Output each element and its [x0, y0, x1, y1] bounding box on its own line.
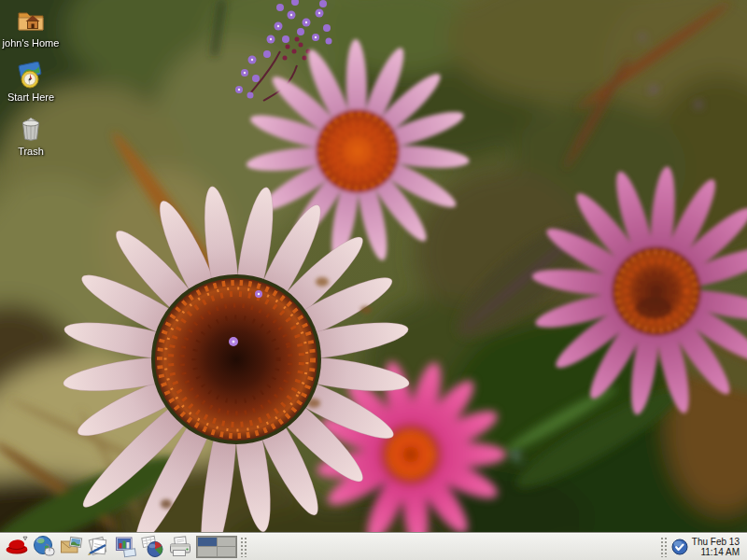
blue-check-icon	[671, 539, 688, 555]
workspace-cell[interactable]	[218, 538, 236, 547]
desktop-icon-column: john's Home Start Here	[2, 5, 60, 157]
desktop-icon-trash[interactable]: Trash	[2, 113, 60, 157]
desktop-icon-home[interactable]: john's Home	[2, 5, 60, 49]
start-here-icon	[15, 59, 47, 91]
workspace-cell[interactable]	[198, 547, 217, 556]
desktop-icon-label: Trash	[18, 146, 44, 157]
spreadsheet-icon	[140, 534, 166, 559]
word-processor-icon	[86, 534, 112, 559]
red-hat-menu-icon	[5, 534, 31, 559]
web-browser-icon	[32, 534, 58, 559]
email-launcher[interactable]	[58, 534, 85, 559]
email-icon	[59, 534, 85, 559]
clock-date: Thu Feb 13	[692, 537, 740, 547]
trash-icon	[15, 113, 47, 145]
presentation-icon	[113, 534, 139, 559]
main-menu-button[interactable]	[4, 534, 31, 559]
rhn-alert-icon[interactable]	[669, 536, 690, 558]
workspace-cell[interactable]	[198, 538, 217, 547]
taskbar-panel: Thu Feb 13 11:14 AM	[0, 532, 747, 560]
word-processor-launcher[interactable]	[85, 534, 112, 559]
workspace-switcher[interactable]	[196, 536, 237, 558]
spreadsheet-launcher[interactable]	[139, 534, 166, 559]
clock-time: 11:14 AM	[692, 547, 740, 557]
panel-drag-handle[interactable]	[240, 537, 247, 557]
notification-area-handle[interactable]	[660, 537, 667, 557]
presentation-launcher[interactable]	[112, 534, 139, 559]
clock[interactable]: Thu Feb 13 11:14 AM	[690, 537, 743, 557]
desktop-icon-label: Start Here	[7, 91, 54, 103]
printer-launcher[interactable]	[166, 534, 193, 559]
desktop: john's Home Start Here	[0, 0, 747, 560]
home-folder-icon	[15, 5, 47, 36]
desktop-icon-start-here[interactable]: Start Here	[2, 59, 60, 103]
web-browser-launcher[interactable]	[31, 534, 58, 559]
desktop-icon-label: john's Home	[3, 37, 60, 49]
wallpaper-image	[0, 0, 747, 560]
workspace-cell[interactable]	[218, 547, 236, 556]
printer-icon	[167, 534, 193, 559]
